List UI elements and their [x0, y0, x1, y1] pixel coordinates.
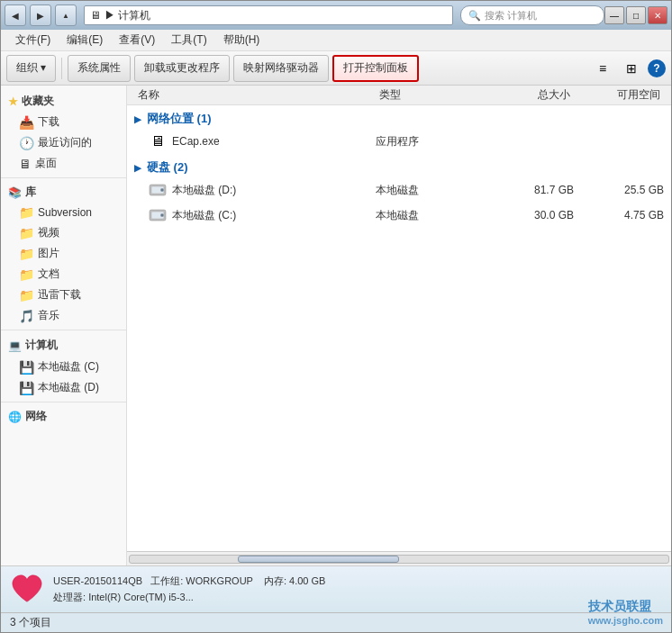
section-network-location: 网络位置 (1): [127, 105, 671, 129]
ecap-icon: 🖥: [149, 132, 167, 150]
file-list-header: 名称 类型 总大小 可用空间: [127, 86, 671, 105]
status-bar: USER-20150114QB 工作组: WORKGROUP 内存: 4.00 …: [1, 565, 671, 612]
menu-help[interactable]: 帮助(H): [216, 31, 268, 50]
sidebar-section-computer: 💻 计算机 💾 本地磁盘 (C) 💾 本地磁盘 (D): [1, 334, 126, 398]
table-row[interactable]: 本地磁盘 (D:) 本地磁盘 81.7 GB 25.5 GB: [127, 177, 671, 203]
up-button[interactable]: ▲: [55, 5, 77, 26]
sidebar-divider-2: [1, 330, 126, 330]
sidebar-item-pictures[interactable]: 📁 图片: [1, 243, 126, 264]
sidebar-item-recent[interactable]: 🕐 最近访问的: [1, 132, 126, 153]
minimize-button[interactable]: —: [604, 6, 624, 24]
toolbar: 组织 ▾ 系统属性 卸载或更改程序 映射网络驱动器 打开控制面板 ≡ ⊞ ?: [1, 51, 671, 86]
sidebar-documents-label: 文档: [38, 267, 59, 282]
sidebar-item-drive-c[interactable]: 💾 本地磁盘 (C): [1, 357, 126, 377]
sidebar-item-subversion[interactable]: 📁 Subversion: [1, 203, 126, 222]
watermark: 技术员联盟 www.jsgho.com: [588, 599, 663, 626]
drive-c-icon: 💾: [19, 360, 34, 375]
status-processor-label: 处理器:: [53, 592, 86, 602]
sidebar-divider-1: [1, 177, 126, 178]
toolbar-organize[interactable]: 组织 ▾: [6, 55, 56, 82]
thunder-icon: 📁: [19, 288, 34, 303]
heart-logo: [10, 573, 44, 607]
drive-c-list-type: 本地磁盘: [376, 208, 484, 223]
help-button[interactable]: ?: [648, 59, 666, 77]
table-row[interactable]: 🖥 ECap.exe 应用程序: [127, 129, 671, 154]
sidebar-libraries-label: 库: [25, 185, 36, 200]
col-header-name[interactable]: 名称: [134, 87, 376, 103]
file-list: 名称 类型 总大小 可用空间 网络位置 (1) 🖥 ECap.exe 应用程序 …: [127, 86, 671, 551]
col-header-free-space[interactable]: 可用空间: [574, 87, 664, 103]
col-header-total-size[interactable]: 总大小: [484, 87, 574, 103]
desktop-icon: 🖥: [19, 157, 32, 171]
drive-c-list-free: 4.75 GB: [574, 209, 664, 222]
menu-edit[interactable]: 编辑(E): [59, 31, 110, 50]
toolbar-system-properties[interactable]: 系统属性: [68, 55, 131, 82]
sidebar-item-thunder[interactable]: 📁 迅雷下载: [1, 285, 126, 305]
sidebar-network-label: 网络: [25, 409, 47, 424]
drive-d-icon: 💾: [19, 381, 34, 395]
sidebar-header-favorites[interactable]: ★ 收藏夹: [1, 91, 126, 112]
scroll-track[interactable]: [129, 555, 669, 564]
search-icon: 🔍: [468, 10, 481, 22]
sidebar-item-downloads[interactable]: 📥 下载: [1, 112, 126, 132]
pictures-icon: 📁: [19, 247, 34, 261]
item-count-bar: 3 个项目: [1, 612, 671, 632]
status-username: USER-20150114QB: [53, 575, 142, 586]
scroll-thumb[interactable]: [238, 556, 399, 563]
menu-view[interactable]: 查看(V): [112, 31, 162, 50]
menu-tools[interactable]: 工具(T): [164, 31, 213, 50]
sidebar-section-network: 🌐 网络: [1, 406, 126, 427]
horizontal-scrollbar[interactable]: [127, 551, 671, 565]
status-processor: Intel(R) Core(TM) i5-3...: [88, 592, 194, 602]
documents-icon: 📁: [19, 267, 34, 282]
forward-button[interactable]: ▶: [30, 5, 51, 26]
sidebar-favorites-label: 收藏夹: [22, 94, 54, 109]
main-window: ◀ ▶ ▲ 🖥 ▶ 计算机 🔍 搜索 计算机 — □ ✕ 文件(F) 编辑(E)…: [0, 0, 672, 633]
subversion-icon: 📁: [19, 205, 34, 220]
status-memory-label: 内存:: [264, 575, 286, 586]
content-area: ★ 收藏夹 📥 下载 🕐 最近访问的 🖥 桌面: [1, 86, 671, 565]
address-bar-text: ▶ 计算机: [104, 8, 150, 23]
drive-d-list-size: 81.7 GB: [484, 184, 574, 196]
drive-c-list-size: 30.0 GB: [484, 209, 574, 222]
sidebar-header-libraries[interactable]: 📚 库: [1, 182, 126, 203]
downloads-icon: 📥: [19, 115, 34, 130]
toolbar-right: ≡ ⊞ ?: [590, 57, 666, 80]
network-icon: 🌐: [8, 411, 22, 423]
window-controls: — □ ✕: [604, 6, 667, 24]
sidebar-divider-3: [1, 402, 126, 402]
sidebar-item-drive-d[interactable]: 💾 本地磁盘 (D): [1, 377, 126, 398]
drive-d-list-icon: [149, 181, 167, 199]
maximize-button[interactable]: □: [626, 6, 646, 24]
search-placeholder: 搜索 计算机: [485, 9, 537, 23]
sidebar-section-libraries: 📚 库 📁 Subversion 📁 视频 📁 图片 📁 文档: [1, 182, 126, 326]
sidebar-item-music[interactable]: 🎵 音乐: [1, 305, 126, 326]
toolbar-uninstall[interactable]: 卸载或更改程序: [134, 55, 230, 82]
sidebar-item-desktop[interactable]: 🖥 桌面: [1, 153, 126, 174]
sidebar-item-video[interactable]: 📁 视频: [1, 222, 126, 243]
address-bar[interactable]: 🖥 ▶ 计算机: [84, 5, 453, 25]
back-button[interactable]: ◀: [5, 5, 26, 26]
sidebar-item-documents[interactable]: 📁 文档: [1, 264, 126, 285]
status-user-workgroup: USER-20150114QB 工作组: WORKGROUP 内存: 4.00 …: [53, 574, 662, 590]
sidebar-computer-label: 计算机: [25, 338, 58, 353]
address-bar-icon: 🖥: [90, 9, 101, 22]
ecap-type: 应用程序: [376, 134, 484, 149]
search-bar[interactable]: 🔍 搜索 计算机: [460, 5, 604, 25]
drive-d-list-type: 本地磁盘: [376, 183, 484, 198]
sidebar-music-label: 音乐: [38, 308, 59, 323]
sidebar-header-network[interactable]: 🌐 网络: [1, 406, 126, 427]
sidebar-video-label: 视频: [38, 225, 59, 240]
view-details-button[interactable]: ⊞: [619, 57, 644, 80]
drive-d-list-name: 本地磁盘 (D:): [172, 183, 376, 198]
sidebar-downloads-label: 下载: [38, 114, 59, 130]
menu-file[interactable]: 文件(F): [8, 31, 58, 50]
view-list-button[interactable]: ≡: [590, 57, 615, 80]
table-row[interactable]: 本地磁盘 (C:) 本地磁盘 30.0 GB 4.75 GB: [127, 203, 671, 228]
sidebar-header-computer[interactable]: 💻 计算机: [1, 334, 126, 357]
toolbar-map-drive[interactable]: 映射网络驱动器: [233, 55, 329, 82]
toolbar-open-control-panel[interactable]: 打开控制面板: [332, 55, 419, 82]
col-header-type[interactable]: 类型: [376, 87, 484, 103]
drive-d-list-free: 25.5 GB: [574, 184, 664, 196]
close-button[interactable]: ✕: [648, 6, 667, 24]
